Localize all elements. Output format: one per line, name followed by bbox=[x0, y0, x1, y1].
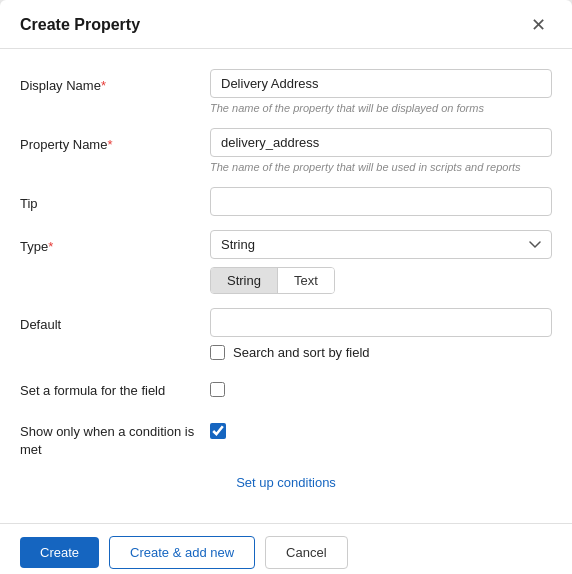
display-name-help: The name of the property that will be di… bbox=[210, 102, 552, 114]
type-label: Type* bbox=[20, 230, 210, 256]
property-name-label: Property Name* bbox=[20, 128, 210, 154]
cancel-button[interactable]: Cancel bbox=[265, 536, 347, 569]
dialog-footer: Create Create & add new Cancel bbox=[0, 523, 572, 574]
search-sort-row: Search and sort by field bbox=[210, 345, 552, 360]
formula-label: Set a formula for the field bbox=[20, 374, 210, 400]
type-wrap: String Text Number Boolean Date String T… bbox=[210, 230, 552, 294]
default-wrap: Search and sort by field bbox=[210, 308, 552, 360]
search-sort-checkbox[interactable] bbox=[210, 345, 225, 360]
type-option-text[interactable]: Text bbox=[278, 268, 334, 293]
condition-row: Show only when a condition is met bbox=[20, 415, 552, 459]
formula-wrap bbox=[210, 374, 552, 401]
property-name-row: Property Name* The name of the property … bbox=[20, 128, 552, 173]
search-sort-label[interactable]: Search and sort by field bbox=[233, 345, 370, 360]
dialog-title: Create Property bbox=[20, 16, 140, 34]
tip-wrap bbox=[210, 187, 552, 216]
display-name-wrap: The name of the property that will be di… bbox=[210, 69, 552, 114]
type-select[interactable]: String Text Number Boolean Date bbox=[210, 230, 552, 259]
tip-label: Tip bbox=[20, 187, 210, 213]
formula-checkbox[interactable] bbox=[210, 382, 225, 397]
dialog-body: Display Name* The name of the property t… bbox=[0, 49, 572, 523]
setup-link-row: Set up conditions bbox=[20, 473, 552, 491]
dialog-header: Create Property ✕ bbox=[0, 0, 572, 49]
default-input[interactable] bbox=[210, 308, 552, 337]
tip-input[interactable] bbox=[210, 187, 552, 216]
create-add-new-button[interactable]: Create & add new bbox=[109, 536, 255, 569]
default-row: Default Search and sort by field bbox=[20, 308, 552, 360]
setup-conditions-link[interactable]: Set up conditions bbox=[236, 475, 336, 490]
show-condition-checkbox[interactable] bbox=[210, 423, 226, 439]
tip-row: Tip bbox=[20, 187, 552, 216]
display-name-row: Display Name* The name of the property t… bbox=[20, 69, 552, 114]
formula-row: Set a formula for the field bbox=[20, 374, 552, 401]
property-name-wrap: The name of the property that will be us… bbox=[210, 128, 552, 173]
create-button[interactable]: Create bbox=[20, 537, 99, 568]
condition-wrap bbox=[210, 415, 552, 443]
create-property-dialog: Create Property ✕ Display Name* The name… bbox=[0, 0, 572, 574]
property-name-input[interactable] bbox=[210, 128, 552, 157]
display-name-label: Display Name* bbox=[20, 69, 210, 95]
close-button[interactable]: ✕ bbox=[525, 14, 552, 36]
default-label: Default bbox=[20, 308, 210, 334]
type-option-string[interactable]: String bbox=[211, 268, 278, 293]
property-name-help: The name of the property that will be us… bbox=[210, 161, 552, 173]
condition-label: Show only when a condition is met bbox=[20, 415, 210, 459]
type-row: Type* String Text Number Boolean Date St… bbox=[20, 230, 552, 294]
type-options: String Text bbox=[210, 267, 335, 294]
display-name-input[interactable] bbox=[210, 69, 552, 98]
